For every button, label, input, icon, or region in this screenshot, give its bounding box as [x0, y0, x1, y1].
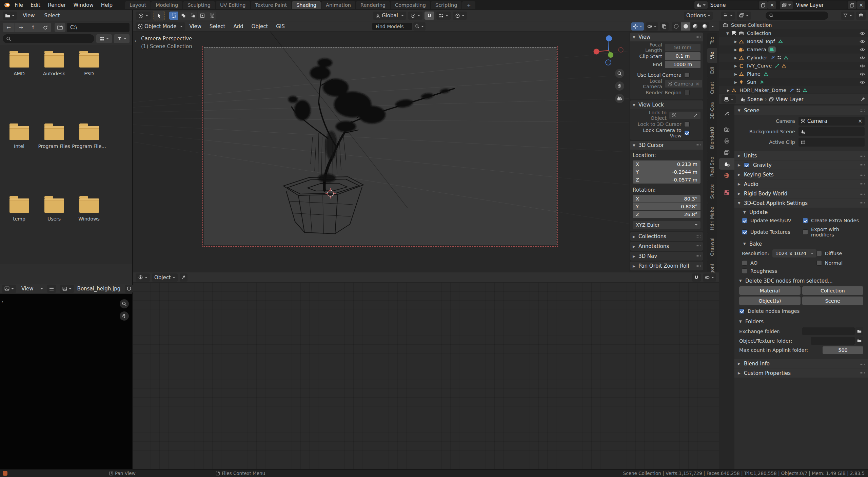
- file-path-input[interactable]: C:\: [67, 23, 130, 32]
- toolbar-expand-arrow[interactable]: ›: [135, 38, 137, 44]
- n-tab-scatter[interactable]: Scatte: [707, 180, 717, 203]
- view-layer-name-field[interactable]: View Layer: [793, 1, 847, 9]
- parent-dir-button[interactable]: ↑: [27, 23, 39, 32]
- outliner-row-object[interactable]: ▶ Bonsai Topf: [719, 37, 868, 45]
- folder-item[interactable]: Windows: [72, 195, 106, 260]
- n-tab-create[interactable]: Creat: [707, 78, 717, 98]
- drag-grip-icon[interactable]: [860, 202, 865, 205]
- bake-normal-option[interactable]: Normal: [816, 260, 863, 266]
- viewport-add-menu[interactable]: Add: [230, 23, 247, 30]
- outliner-row-object[interactable]: ▶ Cylinder: [719, 54, 868, 62]
- eye-icon[interactable]: [860, 32, 865, 35]
- folder-item[interactable]: temp: [2, 195, 37, 260]
- image-browse-button[interactable]: [60, 285, 74, 293]
- viewport-camera-button[interactable]: [615, 94, 624, 103]
- delete-objects-button[interactable]: Object(s): [739, 297, 801, 305]
- n-tab-polygoniq[interactable]: polygoni: [707, 260, 717, 272]
- snap-settings-dropdown[interactable]: [436, 12, 451, 20]
- rigid-body-panel-header[interactable]: ▶Rigid Body World: [734, 189, 868, 198]
- tab-render-properties[interactable]: [719, 123, 734, 135]
- cursor-ry-field[interactable]: Y0.828°: [633, 203, 701, 210]
- outliner-row-object[interactable]: ▶ IVY_Curve: [719, 62, 868, 70]
- active-tool-button[interactable]: [136, 12, 151, 20]
- file-browser-view-menu[interactable]: View: [19, 12, 39, 19]
- audio-panel-header[interactable]: ▶Audio: [734, 179, 868, 189]
- eye-icon[interactable]: [860, 48, 865, 52]
- menu-render[interactable]: Render: [44, 1, 70, 9]
- folder-item[interactable]: Users: [37, 195, 72, 260]
- scene-camera-field[interactable]: Camera×: [798, 117, 865, 126]
- blend-info-panel-header[interactable]: ▶Blend Info: [734, 359, 868, 368]
- drag-grip-icon[interactable]: [695, 235, 701, 238]
- lock-camera-checkbox[interactable]: [684, 130, 690, 136]
- clear-icon[interactable]: ×: [858, 118, 862, 124]
- tab-texture-properties[interactable]: [719, 187, 734, 198]
- editor-type-dropdown[interactable]: [2, 285, 16, 293]
- fake-user-button[interactable]: [125, 285, 133, 293]
- folder-item[interactable]: ESD: [72, 50, 106, 114]
- tab-animation[interactable]: Animation: [321, 1, 355, 9]
- drag-grip-icon[interactable]: [860, 109, 865, 112]
- shading-wireframe-button[interactable]: [672, 22, 681, 31]
- panel-collections-header[interactable]: ▶Collections: [630, 232, 703, 241]
- drag-grip-icon[interactable]: [695, 265, 701, 267]
- background-scene-field[interactable]: [798, 127, 865, 136]
- n-tab-blenderkit[interactable]: BlenderKi: [707, 123, 717, 153]
- editor-type-dropdown[interactable]: [136, 273, 150, 282]
- overlays-dropdown[interactable]: [703, 273, 716, 282]
- outliner-row-object[interactable]: ▶ Camera: [719, 45, 868, 54]
- bake-diffuse-option[interactable]: Diffuse: [816, 249, 863, 257]
- n-tab-view[interactable]: Vie: [707, 48, 717, 63]
- display-mode-dropdown[interactable]: [96, 34, 112, 43]
- n-tab-realsnow[interactable]: Real Sno: [707, 153, 717, 180]
- checkbox[interactable]: [739, 308, 745, 314]
- applink-panel-header[interactable]: ▼3D-Coat Applink Settings: [734, 198, 868, 208]
- cursor-rz-field[interactable]: Z26.8°: [633, 211, 701, 218]
- cursor-rx-field[interactable]: X80.3°: [633, 195, 701, 203]
- scene-delete-button[interactable]: ×: [768, 1, 776, 9]
- checkbox[interactable]: [742, 229, 747, 235]
- exchange-folder-input[interactable]: [802, 327, 855, 335]
- tab-scene-properties[interactable]: [719, 158, 734, 170]
- add-workspace-button[interactable]: +: [462, 1, 475, 9]
- drag-grip-icon[interactable]: [860, 164, 865, 167]
- n-tab-edit[interactable]: Edi: [707, 63, 717, 78]
- expand-arrow-icon[interactable]: ▶: [734, 48, 738, 52]
- clip-start-field[interactable]: 0.1 m: [665, 52, 701, 60]
- objtex-folder-input[interactable]: [811, 337, 855, 345]
- forward-button[interactable]: →: [15, 23, 27, 32]
- n-tab-3dcoat[interactable]: 3D-Coa: [707, 98, 717, 123]
- outliner-row-collection[interactable]: ▼ Collection: [719, 29, 868, 37]
- drag-grip-icon[interactable]: [695, 245, 701, 248]
- xray-toggle-button[interactable]: [660, 22, 669, 31]
- folder-item[interactable]: AMD: [2, 50, 37, 114]
- delete-scene-button[interactable]: Scene: [802, 297, 864, 305]
- eye-icon[interactable]: [860, 56, 865, 60]
- tab-texture-paint[interactable]: Texture Paint: [251, 1, 292, 9]
- scene-panel-header[interactable]: ▼Scene: [734, 106, 868, 115]
- filter-dropdown[interactable]: [114, 34, 130, 43]
- gravity-checkbox[interactable]: [744, 163, 749, 168]
- keying-sets-panel-header[interactable]: ▶Keying Sets: [734, 170, 868, 179]
- render-region-checkbox[interactable]: [684, 90, 690, 95]
- cursor-y-field[interactable]: Y-0.2944 m: [633, 168, 701, 176]
- folder-item[interactable]: Program Files: [37, 122, 72, 187]
- tab-world-properties[interactable]: [719, 170, 734, 181]
- outliner-filter-dropdown[interactable]: [841, 12, 854, 20]
- expand-arrow-icon[interactable]: ▶: [734, 40, 738, 43]
- snap-toggle-button[interactable]: [425, 12, 434, 20]
- lock-to-object-field[interactable]: [669, 112, 701, 119]
- checkbox[interactable]: [803, 229, 808, 235]
- expand-arrow-icon[interactable]: ▶: [734, 72, 738, 76]
- drag-grip-icon[interactable]: [860, 173, 865, 176]
- show-overlays-dropdown[interactable]: [646, 22, 658, 31]
- select-mode-set-button[interactable]: [169, 12, 178, 20]
- breadcrumb-view-layer[interactable]: View Layer: [776, 96, 804, 102]
- n-tab-tool[interactable]: Too: [707, 33, 717, 48]
- drag-grip-icon[interactable]: [695, 255, 701, 257]
- drag-grip-icon[interactable]: [860, 362, 865, 365]
- eye-icon[interactable]: [860, 72, 865, 76]
- panel-view-header[interactable]: ▼View: [630, 33, 703, 41]
- find-models-search-button[interactable]: [413, 22, 426, 31]
- expand-arrow-icon[interactable]: ▶: [734, 64, 738, 68]
